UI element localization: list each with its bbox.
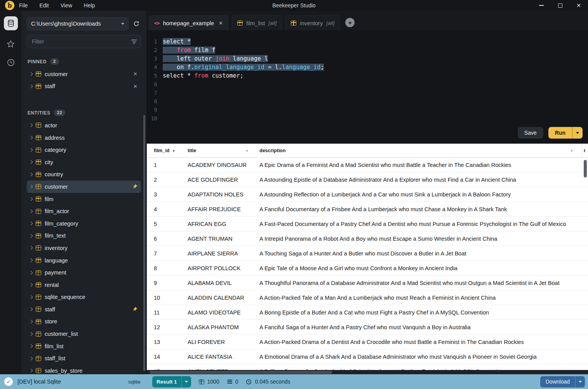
chevron-right-icon[interactable] (29, 307, 33, 311)
chevron-right-icon[interactable] (29, 259, 33, 262)
sidebar-scrollbar[interactable] (143, 115, 145, 371)
chevron-right-icon[interactable] (29, 356, 33, 360)
table-row[interactable]: 9 ALABAMA DEVIL A Thoughtful Panorama of… (147, 276, 588, 290)
sidebar-item-payment[interactable]: payment (27, 266, 141, 279)
sidebar-item-customer[interactable]: customer (27, 181, 141, 193)
sidebar-item-sales_by_store[interactable]: sales_by_store (27, 365, 141, 374)
history-button[interactable] (6, 57, 16, 68)
table-row[interactable]: 10 ALADDIN CALENDAR A Action-Packed Tale… (147, 290, 588, 305)
menu-edit[interactable]: Edit (40, 2, 49, 9)
table-row[interactable]: 3 ADAPTATION HOLES A Astounding Reflecti… (147, 187, 588, 202)
sidebar-item-film_text[interactable]: film_text (27, 230, 141, 242)
table-row[interactable]: 12 ALASKA PHANTOM A Fanciful Saga of a H… (147, 320, 588, 335)
table-row[interactable]: 6 AGENT TRUMAN A Intrepid Panorama of a … (147, 231, 588, 246)
sidebar-item-city[interactable]: city (27, 156, 141, 168)
pin-icon[interactable] (131, 183, 139, 191)
chevron-right-icon[interactable] (29, 271, 33, 274)
chevron-right-icon[interactable] (29, 344, 33, 348)
sidebar-item-film_actor[interactable]: film_actor (27, 205, 141, 217)
sidebar-item-category[interactable]: category (27, 144, 141, 156)
chevron-right-icon[interactable] (29, 136, 33, 140)
column-header-film-id[interactable]: film_id▲ (147, 148, 181, 153)
chevron-right-icon[interactable] (29, 123, 33, 127)
tab-homepage_example[interactable]: <> homepage_example ✕ (149, 16, 228, 30)
sidebar-item-address[interactable]: address (27, 132, 141, 144)
code-line[interactable]: 5 select * from customer; (147, 71, 588, 80)
chevron-right-icon[interactable] (29, 172, 33, 176)
chevron-right-icon[interactable] (29, 295, 33, 299)
unpin-close-icon[interactable]: ✕ (133, 71, 137, 77)
horizontal-scrollbar-track[interactable] (147, 370, 588, 374)
sidebar-item-staff[interactable]: staff ✕ (27, 80, 141, 93)
save-button[interactable]: Save (518, 127, 543, 139)
table-row[interactable]: 4 AFFAIR PREJUDICE A Fanciful Documentar… (147, 202, 588, 217)
sidebar-item-sqlite_sequence[interactable]: sqlite_sequence (27, 291, 141, 304)
chevron-right-icon[interactable] (29, 283, 33, 287)
sort-icon[interactable]: ▲ (570, 149, 573, 152)
result-dropdown-caret[interactable] (182, 376, 191, 387)
table-row[interactable]: 8 AIRPORT POLLOCK A Epic Tale of a Moose… (147, 261, 588, 276)
database-connection-button[interactable] (4, 16, 18, 30)
menu-file[interactable]: File (19, 2, 28, 9)
connection-status[interactable]: [DEV] local Sqlite (17, 379, 61, 385)
chevron-right-icon[interactable] (29, 148, 33, 152)
sidebar-item-staff[interactable]: staff (27, 303, 141, 316)
code-line[interactable]: 6 (147, 80, 588, 89)
chevron-right-icon[interactable] (29, 369, 33, 373)
code-line[interactable]: 9 (147, 106, 588, 114)
chevron-right-icon[interactable] (29, 185, 33, 189)
new-tab-button[interactable]: + (345, 18, 355, 27)
run-options-button[interactable] (572, 127, 583, 139)
sidebar-item-country[interactable]: country (27, 168, 141, 181)
horizontal-scrollbar-thumb[interactable] (150, 371, 332, 374)
download-button[interactable]: Download (540, 376, 585, 387)
vertical-scrollbar[interactable] (584, 160, 587, 177)
column-header-title[interactable]: title▲ (181, 148, 252, 153)
chevron-right-icon[interactable] (29, 84, 33, 88)
unpin-close-icon[interactable]: ✕ (133, 83, 137, 89)
run-button[interactable]: Run (548, 127, 572, 139)
table-row[interactable]: 7 AIRPLANE SIERRA A Touching Saga of a H… (147, 246, 588, 261)
sort-icon[interactable]: ▲ (245, 149, 249, 152)
chevron-right-icon[interactable] (29, 72, 33, 76)
chevron-right-icon[interactable] (29, 332, 33, 336)
code-line[interactable]: 7 (147, 89, 588, 97)
column-header-partial[interactable]: r (582, 144, 588, 157)
chevron-right-icon[interactable] (29, 222, 33, 226)
table-row[interactable]: 5 AFRICAN EGG A Fast-Paced Documentary o… (147, 217, 588, 231)
chevron-right-icon[interactable] (29, 197, 33, 201)
download-dropdown-caret[interactable] (576, 376, 585, 387)
tab-film_list[interactable]: film_list [all] (232, 16, 282, 30)
code-line[interactable]: 1 select * (147, 37, 588, 46)
table-row[interactable]: 1 ACADEMY DINOSAUR A Epic Drama of a Fem… (147, 158, 588, 172)
sidebar-item-language[interactable]: language (27, 254, 141, 267)
table-row[interactable]: 11 ALAMO VIDEOTAPE A Boring Epistle of a… (147, 305, 588, 320)
pin-icon[interactable] (131, 306, 139, 313)
minimize-button[interactable] (532, 0, 551, 11)
chevron-right-icon[interactable] (29, 234, 33, 238)
table-row[interactable]: 14 ALICE FANTASIA A Emotional Drama of a… (147, 349, 588, 364)
chevron-right-icon[interactable] (29, 209, 33, 213)
code-line[interactable]: 3 left outer join language l (147, 54, 588, 63)
sidebar-item-inventory[interactable]: inventory (27, 242, 141, 254)
sidebar-item-customer_list[interactable]: customer_list (27, 328, 141, 340)
menu-help[interactable]: Help (84, 2, 95, 9)
chevron-right-icon[interactable] (29, 246, 33, 250)
sidebar-item-film_list[interactable]: film_list (27, 340, 141, 353)
maximize-button[interactable] (551, 0, 569, 11)
sql-editor[interactable]: 1 select * 2 from film f 3 left outer jo… (147, 30, 588, 144)
tab-close-icon[interactable]: ✕ (219, 20, 223, 26)
sidebar-item-film[interactable]: film (27, 193, 141, 205)
code-line[interactable]: 10 (147, 114, 588, 123)
close-button[interactable]: ✕ (569, 0, 588, 11)
chevron-right-icon[interactable] (29, 320, 33, 324)
tab-inventory[interactable]: inventory [all] (285, 16, 340, 30)
sidebar-item-rental[interactable]: rental (27, 279, 141, 291)
filter-icon[interactable] (131, 40, 137, 44)
refresh-button[interactable] (132, 19, 141, 28)
favorites-button[interactable] (6, 39, 16, 49)
menu-view[interactable]: View (61, 2, 72, 9)
sidebar-item-customer[interactable]: customer ✕ (27, 68, 141, 80)
filter-input[interactable] (27, 35, 141, 48)
table-row[interactable]: 2 ACE GOLDFINGER A Astounding Epistle of… (147, 172, 588, 187)
